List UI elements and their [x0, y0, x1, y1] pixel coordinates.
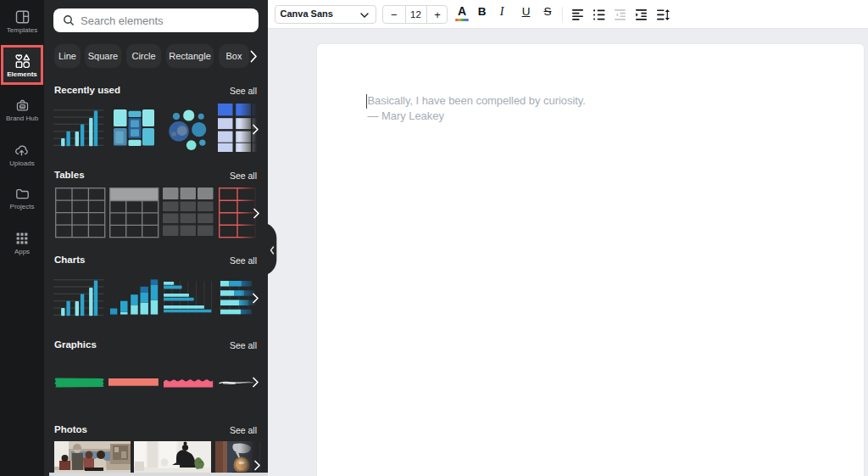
svg-text:co.: co. [20, 105, 25, 109]
